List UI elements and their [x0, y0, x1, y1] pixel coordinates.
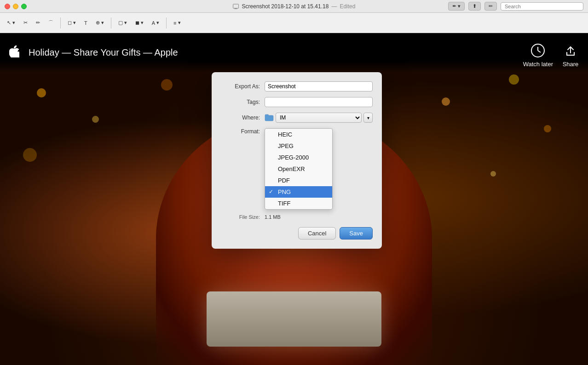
window-title-area: Screenshot 2018-12-10 at 15.41.18 — Edit… — [233, 3, 356, 10]
screenshot-icon — [233, 3, 239, 10]
export-dialog: Export As: Tags: Where: IM — [212, 72, 382, 249]
border-tool[interactable]: ▢ ▾ — [115, 17, 130, 28]
format-option-pdf[interactable]: PDF — [265, 175, 332, 186]
export-as-label: Export As: — [221, 83, 260, 90]
where-select-container: IM Desktop Documents ▾ — [265, 113, 373, 123]
cancel-button[interactable]: Cancel — [298, 227, 336, 240]
border-icon: ▢ — [118, 20, 123, 26]
shapes-icon: ◻ — [68, 20, 72, 26]
share-tb-icon: ⬆ — [473, 3, 477, 9]
font-dropdown: ▾ — [156, 20, 159, 26]
markup-icon: ✏ — [489, 3, 493, 9]
format-dropdown[interactable]: HEIC JPEG JPEG-2000 OpenEXR PDF PNG TIFF — [265, 128, 333, 210]
where-row: Where: IM Desktop Documents ▾ — [221, 113, 373, 123]
format-option-tiff[interactable]: TIFF — [265, 198, 332, 209]
title-bar-right: ✒ ▾ ⬆ ✏ — [448, 2, 583, 11]
markup-button[interactable]: ✏ — [484, 2, 497, 11]
toolbar-separator-1 — [60, 17, 61, 29]
annotation-icon: ⊕ — [96, 20, 100, 26]
pen-button[interactable]: ✒ ▾ — [448, 2, 465, 11]
format-option-png[interactable]: PNG — [265, 186, 332, 198]
pen-dropdown: ▾ — [458, 3, 461, 9]
format-row: Format: HEIC JPEG JPEG-2000 OpenEXR PDF … — [221, 128, 373, 135]
annotation-tool[interactable]: ⊕ ▾ — [92, 17, 107, 28]
format-option-jpeg2000[interactable]: JPEG-2000 — [265, 152, 332, 163]
where-expand-button[interactable]: ▾ — [363, 113, 373, 123]
font-tool[interactable]: A ▾ — [149, 17, 162, 28]
traffic-lights — [0, 4, 27, 9]
toolbar-separator-2 — [111, 17, 111, 29]
format-label: Format: — [221, 128, 260, 135]
curve-tool[interactable]: ⌒ — [45, 17, 57, 29]
tags-label: Tags: — [221, 99, 260, 105]
maximize-button[interactable] — [21, 4, 27, 9]
where-label: Where: — [221, 114, 260, 121]
folder-icon — [265, 114, 274, 121]
export-as-row: Export As: — [221, 81, 373, 91]
file-size-row: File Size: 1.1 MB — [221, 214, 373, 220]
shapes-tool[interactable]: ◻ ▾ — [64, 17, 79, 28]
content-area: Holiday — Share Your Gifts — Apple Watch… — [0, 33, 588, 365]
line-style-tool[interactable]: ≡ ▾ — [170, 17, 184, 28]
where-select[interactable]: IM Desktop Documents — [276, 113, 362, 123]
chevron-down-icon: ▾ — [367, 115, 369, 120]
text-icon: T — [84, 20, 87, 26]
save-button[interactable]: Save — [340, 227, 373, 240]
search-bar[interactable] — [501, 2, 583, 11]
svg-rect-0 — [233, 4, 239, 8]
close-button[interactable] — [5, 4, 10, 9]
toolbar-separator-3 — [166, 17, 167, 29]
format-option-heic[interactable]: HEIC — [265, 129, 332, 140]
window-title: Screenshot 2018-12-10 at 15.41.18 — [242, 3, 329, 10]
fill-dropdown: ▾ — [141, 20, 144, 26]
file-size-label: File Size: — [221, 214, 260, 220]
dialog-overlay: Export As: Tags: Where: IM — [0, 33, 588, 365]
toolbar: ↖ ▾ ✂ ✏ ⌒ ◻ ▾ T ⊕ ▾ ▢ ▾ ◼ ▾ A ▾ ≡ ▾ — [0, 13, 588, 33]
font-icon: A — [152, 20, 155, 26]
annotation-dropdown: ▾ — [101, 20, 104, 26]
format-option-openexr[interactable]: OpenEXR — [265, 163, 332, 175]
border-dropdown: ▾ — [124, 20, 127, 26]
export-as-input[interactable] — [265, 81, 373, 91]
select-tool[interactable]: ↖ ▾ — [4, 17, 18, 28]
scissors-tool[interactable]: ✂ — [20, 17, 31, 28]
line-style-icon: ≡ — [173, 20, 176, 26]
select-icon: ↖ — [7, 20, 11, 26]
tags-row: Tags: — [221, 97, 373, 107]
pen-draw-icon: ✏ — [36, 20, 40, 26]
scissors-icon: ✂ — [23, 20, 28, 26]
pen-icon: ✒ — [452, 3, 456, 9]
curve-icon: ⌒ — [48, 19, 53, 26]
share-tb-button[interactable]: ⬆ — [468, 2, 481, 11]
fill-icon: ◼ — [135, 20, 139, 26]
file-size-value: 1.1 MB — [265, 214, 281, 220]
edited-badge: Edited — [340, 3, 355, 10]
pen-tool[interactable]: ✏ — [33, 17, 43, 28]
text-tool[interactable]: T — [81, 18, 91, 28]
line-style-dropdown: ▾ — [178, 20, 181, 26]
shapes-dropdown: ▾ — [73, 20, 76, 26]
dialog-buttons: Cancel Save — [221, 227, 373, 240]
svg-rect-1 — [235, 8, 237, 9]
search-input[interactable] — [505, 4, 579, 9]
format-option-jpeg[interactable]: JPEG — [265, 140, 332, 152]
tags-input[interactable] — [265, 97, 373, 107]
minimize-button[interactable] — [13, 4, 18, 9]
select-dropdown: ▾ — [12, 20, 15, 26]
title-bar: Screenshot 2018-12-10 at 15.41.18 — Edit… — [0, 0, 588, 13]
title-separator: — — [331, 3, 337, 10]
fill-tool[interactable]: ◼ ▾ — [132, 17, 147, 28]
